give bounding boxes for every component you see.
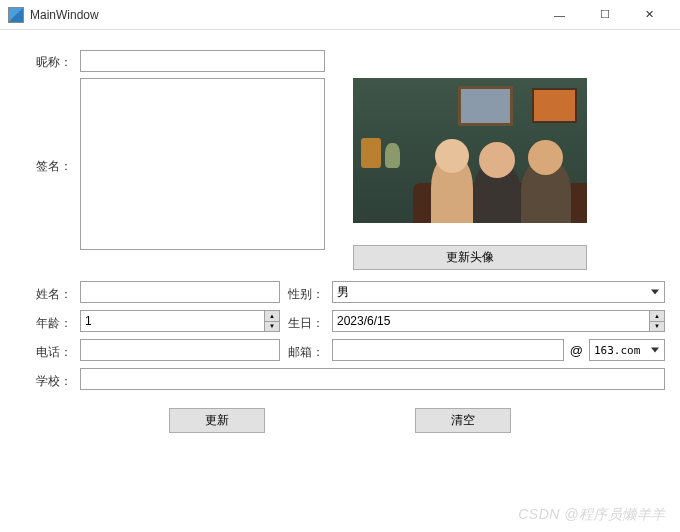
- birthday-input[interactable]: [332, 310, 665, 332]
- at-symbol: @: [564, 343, 589, 358]
- window-title: MainWindow: [30, 8, 537, 22]
- window-controls: — ☐ ✕: [537, 0, 672, 30]
- age-down-button[interactable]: ▼: [264, 322, 279, 332]
- phone-input[interactable]: [80, 339, 280, 361]
- signature-label: 签名：: [15, 78, 80, 270]
- signature-textarea[interactable]: [80, 78, 325, 250]
- update-button[interactable]: 更新: [169, 408, 265, 433]
- age-label: 年龄：: [15, 311, 80, 332]
- age-up-button[interactable]: ▲: [264, 311, 279, 322]
- avatar-image: [353, 78, 587, 223]
- gender-select[interactable]: 男: [332, 281, 665, 303]
- content-area: 昵称： 签名： 更新头像 姓名： 性别：: [0, 30, 680, 443]
- gender-label: 性别：: [280, 282, 332, 303]
- nickname-label: 昵称：: [15, 50, 80, 71]
- maximize-button[interactable]: ☐: [582, 0, 627, 30]
- school-input[interactable]: [80, 368, 665, 390]
- minimize-button[interactable]: —: [537, 0, 582, 30]
- birthday-label: 生日：: [280, 311, 332, 332]
- watermark-text: CSDN @程序员懒羊羊: [518, 506, 666, 524]
- name-input[interactable]: [80, 281, 280, 303]
- nickname-input[interactable]: [80, 50, 325, 72]
- clear-button[interactable]: 清空: [415, 408, 511, 433]
- date-up-button[interactable]: ▲: [649, 311, 664, 322]
- age-spinner[interactable]: [80, 310, 280, 332]
- update-avatar-button[interactable]: 更新头像: [353, 245, 587, 270]
- name-label: 姓名：: [15, 282, 80, 303]
- date-down-button[interactable]: ▼: [649, 322, 664, 332]
- email-input[interactable]: [332, 339, 564, 361]
- school-label: 学校：: [15, 369, 80, 390]
- email-domain-select[interactable]: 163.com: [589, 339, 665, 361]
- close-button[interactable]: ✕: [627, 0, 672, 30]
- phone-label: 电话：: [15, 340, 80, 361]
- titlebar: MainWindow — ☐ ✕: [0, 0, 680, 30]
- app-icon: [8, 7, 24, 23]
- email-label: 邮箱：: [280, 340, 332, 361]
